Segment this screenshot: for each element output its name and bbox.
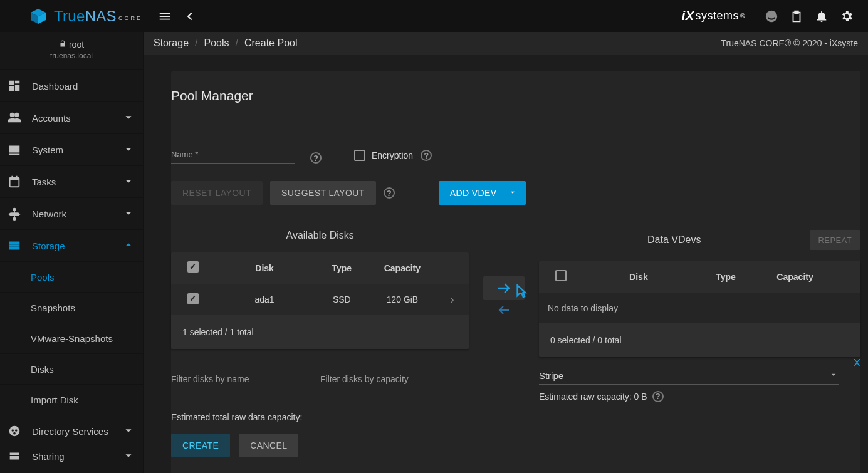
remove-vdev-button[interactable]: X: [854, 357, 860, 370]
filter-disks-by-name-input[interactable]: [171, 372, 295, 388]
nav-accounts[interactable]: Accounts: [0, 102, 143, 133]
chevron-down-icon: [122, 142, 135, 158]
help-icon[interactable]: ?: [384, 187, 395, 199]
brand-logo-area[interactable]: TrueNAS CORE: [0, 0, 143, 32]
vdev-raw-capacity: Estimated raw capacity: 0 B: [539, 392, 647, 402]
chevron-up-icon: [122, 238, 135, 254]
nav-system[interactable]: System: [0, 134, 143, 165]
data-vdevs-table: Disk Type Capacity: [539, 261, 860, 293]
chevron-down-icon: [122, 174, 135, 190]
copyright-text: TrueNAS CORE® © 2020 - iXsyste: [721, 38, 858, 48]
breadcrumb-create-pool[interactable]: Create Pool: [244, 38, 298, 49]
chevron-down-icon: [122, 206, 135, 222]
chevron-down-icon: [122, 110, 135, 126]
select-all-checkbox[interactable]: [187, 261, 199, 273]
nav-storage[interactable]: Storage: [0, 230, 143, 261]
vdev-layout-select[interactable]: Stripe: [539, 370, 839, 385]
brand-text: TrueNAS CORE: [54, 8, 142, 25]
truecommand-icon[interactable]: [759, 4, 784, 29]
sidebar: TrueNAS CORE root truenas.local Dashboar…: [0, 0, 144, 473]
breadcrumb-storage[interactable]: Storage: [154, 38, 189, 49]
lock-icon: [59, 39, 66, 49]
page-title: Pool Manager: [171, 88, 860, 121]
pool-name-label: Name *: [171, 150, 295, 163]
available-disks-table: Disk Type Capacity ada1 SSD: [171, 252, 469, 315]
repeat-button: REPEAT: [810, 230, 860, 250]
clipboard-icon[interactable]: [784, 4, 809, 29]
truenas-logo-icon: [29, 7, 48, 26]
vdevs-status: 0 selected / 0 total: [539, 323, 860, 357]
filter-disks-by-capacity-input[interactable]: [320, 372, 444, 388]
help-icon[interactable]: ?: [421, 150, 432, 161]
cell-type: SSD: [315, 284, 370, 315]
nav-dashboard[interactable]: Dashboard: [0, 70, 143, 101]
subnav-disks[interactable]: Disks: [0, 353, 143, 384]
help-icon[interactable]: ?: [310, 152, 322, 164]
cell-capacity: 120 GiB: [369, 284, 436, 315]
data-vdevs-panel: Data VDevs REPEAT Disk Type Capacity: [539, 230, 860, 402]
add-vdev-button[interactable]: ADD VDEV: [439, 181, 526, 205]
transfer-arrows: [479, 230, 529, 320]
menu-toggle-icon[interactable]: [152, 4, 177, 29]
suggest-layout-button[interactable]: SUGGEST LAYOUT: [270, 181, 376, 205]
svg-point-6: [13, 432, 16, 435]
subnav-vmware-snapshots[interactable]: VMware-Snapshots: [0, 323, 143, 353]
data-vdevs-title: Data VDevs: [539, 234, 810, 246]
host-name: truenas.local: [0, 51, 143, 60]
encryption-checkbox[interactable]: [354, 150, 365, 161]
move-left-button[interactable]: [483, 300, 525, 320]
row-checkbox[interactable]: [187, 293, 199, 304]
subnav-import-disk[interactable]: Import Disk: [0, 384, 143, 415]
svg-point-4: [11, 429, 14, 432]
move-right-button[interactable]: [483, 276, 525, 300]
chevron-down-icon: [829, 370, 839, 382]
col-type[interactable]: Type: [694, 261, 756, 293]
user-name: root: [69, 39, 84, 49]
col-capacity[interactable]: Capacity: [369, 252, 436, 284]
breadcrumb-pools[interactable]: Pools: [204, 38, 229, 49]
chevron-down-icon: [508, 188, 517, 199]
available-disks-title: Available Disks: [171, 230, 469, 241]
select-all-checkbox[interactable]: [555, 270, 567, 281]
nav-network[interactable]: Network: [0, 198, 143, 229]
chevron-down-icon: [122, 424, 135, 439]
create-button[interactable]: CREATE: [171, 434, 230, 457]
topbar: iXsystems®: [144, 0, 868, 32]
nav-tasks[interactable]: Tasks: [0, 166, 143, 197]
cell-disk: ada1: [215, 284, 315, 315]
subnav-snapshots[interactable]: Snapshots: [0, 292, 143, 323]
nav-directory-services[interactable]: Directory Services: [0, 415, 143, 447]
chevron-down-icon: [122, 449, 135, 464]
breadcrumb-bar: Storage/ Pools/ Create Pool TrueNAS CORE…: [144, 32, 868, 55]
reset-layout-button: RESET LAYOUT: [171, 181, 263, 205]
svg-point-5: [15, 429, 18, 432]
available-disks-panel: Available Disks Disk Type Capacity: [171, 230, 469, 457]
table-row[interactable]: ada1 SSD 120 GiB ›: [171, 284, 469, 315]
available-status: 1 selected / 1 total: [171, 315, 469, 349]
svg-point-7: [766, 10, 777, 21]
pool-manager-card: Pool Manager Name * ? Encryption ? RESET…: [171, 71, 860, 473]
ixsystems-logo[interactable]: iXsystems®: [682, 9, 745, 23]
cancel-button[interactable]: CANCEL: [239, 434, 298, 457]
nav-sharing[interactable]: Sharing: [0, 447, 143, 465]
help-icon[interactable]: ?: [652, 391, 664, 402]
col-capacity[interactable]: Capacity: [757, 261, 834, 293]
svg-point-3: [9, 426, 20, 437]
col-disk[interactable]: Disk: [215, 252, 315, 284]
back-icon[interactable]: [177, 4, 202, 29]
subnav-pools[interactable]: Pools: [0, 261, 143, 292]
nav: Dashboard Accounts System Tasks Network …: [0, 70, 143, 465]
notifications-icon[interactable]: [809, 4, 834, 29]
col-disk[interactable]: Disk: [582, 261, 694, 293]
settings-icon[interactable]: [834, 4, 859, 29]
vdevs-no-data: No data to display: [539, 293, 860, 323]
pool-name-field[interactable]: Name *: [171, 150, 295, 164]
encryption-label: Encryption: [372, 150, 413, 160]
user-box: root truenas.local: [0, 32, 143, 70]
estimated-total-raw: Estimated total raw data capacity:: [171, 412, 469, 422]
col-type[interactable]: Type: [315, 252, 370, 284]
expand-row-icon[interactable]: ›: [436, 284, 469, 315]
